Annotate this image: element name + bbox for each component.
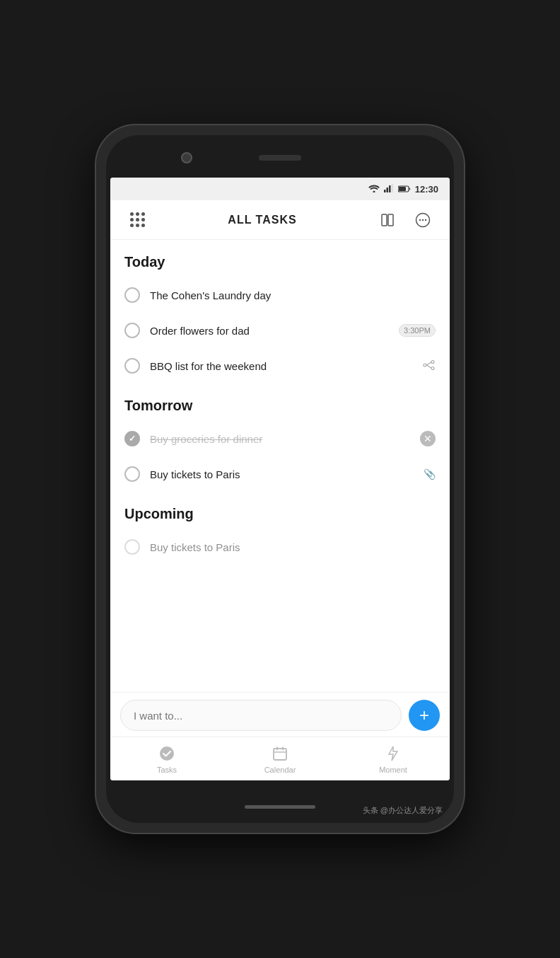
svg-rect-3 <box>391 184 393 192</box>
task-list: Today The Cohen's Laundry day Order flow… <box>110 240 450 692</box>
task-checkbox[interactable] <box>124 358 140 374</box>
top-bar-left <box>124 207 150 233</box>
phone-outer: 12:30 ALL TASKS <box>96 125 464 833</box>
svg-rect-5 <box>399 187 406 191</box>
list-item[interactable]: The Cohen's Laundry day <box>110 277 450 313</box>
phone-speaker <box>259 155 301 161</box>
status-time: 12:30 <box>415 184 438 195</box>
svg-rect-6 <box>382 214 387 226</box>
page-title: ALL TASKS <box>228 214 296 226</box>
list-item[interactable]: BBQ list for the weekend <box>110 348 450 383</box>
svg-line-16 <box>426 365 431 368</box>
task-text-completed: Buy groceries for dinner <box>150 433 410 445</box>
list-item[interactable]: Buy tickets to Paris <box>110 529 450 565</box>
svg-point-17 <box>160 746 174 761</box>
task-text: Buy tickets to Paris <box>150 468 414 480</box>
status-icons: 12:30 <box>368 183 438 195</box>
svg-point-14 <box>424 364 426 367</box>
list-item[interactable]: Buy tickets to Paris 📎 <box>110 456 450 492</box>
svg-point-9 <box>419 219 421 220</box>
task-text: Buy tickets to Paris <box>150 541 436 553</box>
svg-rect-7 <box>388 214 393 226</box>
svg-rect-0 <box>384 190 386 192</box>
task-time-badge: 3:30PM <box>399 324 436 337</box>
top-bar-right <box>375 207 436 233</box>
battery-icon <box>398 183 411 195</box>
svg-point-13 <box>431 367 434 369</box>
share-icon <box>423 360 436 372</box>
section-today-title: Today <box>124 254 165 270</box>
svg-rect-2 <box>389 185 391 192</box>
section-today-header: Today <box>110 240 450 277</box>
calendar-icon <box>271 744 289 763</box>
add-task-button[interactable]: + <box>409 700 440 731</box>
svg-line-15 <box>426 362 431 365</box>
attachment-icon: 📎 <box>424 468 436 480</box>
grid-icon <box>130 212 145 227</box>
check-icon <box>158 744 176 763</box>
section-upcoming-header: Upcoming <box>110 492 450 529</box>
svg-marker-22 <box>389 746 397 761</box>
wifi-icon <box>368 183 380 195</box>
task-text: BBQ list for the weekend <box>150 360 413 372</box>
input-row: + <box>120 700 440 731</box>
bottom-input-bar: + <box>110 692 450 737</box>
section-upcoming-title: Upcoming <box>124 506 194 521</box>
tab-bar: Tasks Calendar <box>110 737 450 780</box>
tab-tasks[interactable]: Tasks <box>146 744 188 774</box>
list-item[interactable]: Buy groceries for dinner ✕ <box>110 421 450 456</box>
tab-tasks-label: Tasks <box>157 766 177 774</box>
task-text: The Cohen's Laundry day <box>150 289 436 301</box>
svg-rect-1 <box>386 187 388 192</box>
signal-icon <box>384 183 394 195</box>
svg-point-11 <box>425 219 426 220</box>
task-input[interactable] <box>120 700 402 731</box>
more-options-button[interactable] <box>410 207 436 233</box>
book-icon <box>380 212 395 228</box>
phone-camera <box>181 152 192 163</box>
section-tomorrow-header: Tomorrow <box>110 383 450 421</box>
tab-moment[interactable]: Moment <box>372 744 414 774</box>
task-checkbox[interactable] <box>124 287 140 303</box>
phone-inner: 12:30 ALL TASKS <box>106 135 454 823</box>
section-tomorrow-title: Tomorrow <box>124 398 192 413</box>
tab-moment-label: Moment <box>379 766 407 774</box>
more-icon <box>415 212 431 228</box>
phone-home-indicator <box>245 805 315 809</box>
top-bar: ALL TASKS <box>110 200 450 240</box>
task-checkbox[interactable] <box>124 323 140 338</box>
book-view-button[interactable] <box>375 207 400 233</box>
phone-screen: 12:30 ALL TASKS <box>110 178 450 780</box>
svg-rect-18 <box>274 749 286 760</box>
svg-point-10 <box>422 219 424 220</box>
tab-calendar-label: Calendar <box>264 766 296 774</box>
list-item[interactable]: Order flowers for dad 3:30PM <box>110 313 450 348</box>
tab-calendar[interactable]: Calendar <box>259 744 301 774</box>
task-text: Order flowers for dad <box>150 325 389 337</box>
status-bar: 12:30 <box>110 178 450 200</box>
task-checkbox[interactable] <box>124 466 140 482</box>
task-delete-button[interactable]: ✕ <box>420 431 436 446</box>
grid-menu-button[interactable] <box>124 207 150 233</box>
svg-point-12 <box>431 360 434 363</box>
task-checkbox-checked[interactable] <box>124 431 140 446</box>
task-checkbox[interactable] <box>124 539 140 555</box>
watermark: 头条 @办公达人爱分享 <box>363 805 443 816</box>
lightning-icon <box>384 744 402 763</box>
